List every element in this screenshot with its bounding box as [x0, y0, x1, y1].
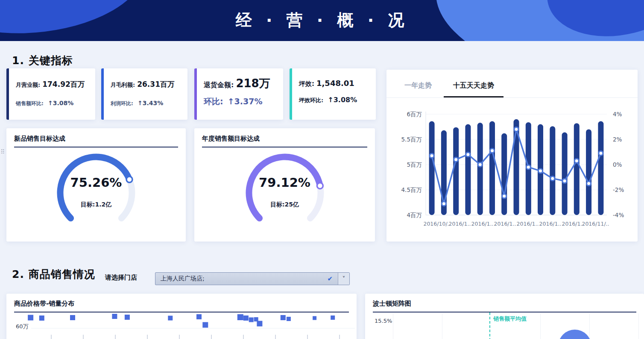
boston-gridline: [442, 313, 442, 339]
kpi-value: 26.31百万: [137, 80, 175, 88]
kpi-sub-value: ↑3.08%: [48, 100, 73, 106]
svg-text:4%: 4%: [613, 111, 622, 118]
kpi-label: 月毛利额:: [111, 82, 135, 88]
kpi-label: 坪效:: [299, 80, 314, 88]
svg-text:4.5百万: 4.5百万: [401, 186, 422, 193]
store-select-value[interactable]: 上海人民广场店;: [155, 275, 327, 283]
sales-average-label: 销售额平均值: [493, 315, 527, 323]
svg-text:2016/1..: 2016/1..: [517, 221, 539, 227]
kpi-sub-label: 利润环比:: [111, 100, 133, 106]
price-chart-y-tick: 60万: [16, 323, 29, 330]
svg-text:2016/1..: 2016/1..: [539, 221, 562, 227]
kpi-card-return-amount: 退货金额:218万 环比: ↑3.37%: [194, 68, 283, 120]
trend-tabs: 一年走势 十五天天走势: [386, 70, 638, 98]
gauge-card-title: 新品销售目标达成: [14, 128, 178, 147]
svg-text:-2%: -2%: [613, 186, 624, 193]
kpi-label: 月营业额:: [16, 82, 40, 88]
boston-gridline: [393, 313, 393, 339]
gauge-target: 目标:25亿: [194, 201, 375, 209]
svg-text:2016/1..: 2016/1..: [494, 221, 516, 227]
kpi-value: 218万: [236, 77, 270, 90]
store-select-label: 请选择门店: [105, 274, 137, 282]
svg-text:2016/10/..: 2016/10/..: [423, 221, 451, 227]
boston-gridline: [540, 313, 541, 339]
kpi-sub-row: 销售额环比: ↑3.08%: [16, 99, 90, 107]
svg-text:2%: 2%: [613, 136, 622, 143]
sales-average-line: [489, 312, 490, 339]
kpi-sub-value: ↑3.08%: [328, 96, 357, 104]
section1-number: 1.: [12, 54, 24, 67]
gauge-chart: [51, 151, 141, 236]
section1-title-text: 关键指标: [29, 54, 73, 67]
trend-panel: 一年走势 十五天天走势 4百万4.5百万5百万5.5百万6百万-4%-2%0%2…: [386, 70, 638, 242]
store-select[interactable]: 上海人民广场店; ✔ ˅: [155, 272, 350, 285]
svg-text:-4%: -4%: [613, 212, 624, 218]
boston-bubble: [558, 330, 591, 339]
drag-handle-icon[interactable]: ⠿: [0, 149, 5, 155]
svg-text:5百万: 5百万: [407, 161, 422, 168]
kpi-value: 1,548.01: [316, 79, 354, 88]
kpi-value: 174.92百万: [42, 80, 85, 88]
gauge-target: 目标:1.2亿: [6, 201, 186, 209]
kpi-sub-value: ↑3.37%: [228, 97, 263, 106]
kpi-main-row: 坪效:1,548.01: [299, 79, 371, 88]
svg-text:2016/11/..: 2016/11/..: [582, 221, 609, 227]
boston-gridline: [589, 313, 590, 339]
svg-text:4百万: 4百万: [407, 212, 422, 218]
kpi-card-floor-efficiency: 坪效:1,548.01 坪效环比: ↑3.08%: [290, 68, 376, 120]
svg-text:2016/1..: 2016/1..: [471, 221, 494, 227]
tab-fifteen-day-trend[interactable]: 十五天天走势: [444, 70, 503, 97]
kpi-main-row: 月毛利额:26.31百万: [111, 80, 182, 89]
boston-matrix-title: 波士顿矩阵图: [373, 294, 636, 312]
kpi-sub-label: 销售额环比:: [16, 100, 44, 106]
section2-number: 2.: [12, 268, 24, 280]
kpi-card-monthly-gross-profit: 月毛利额:26.31百万 利润环比: ↑3.43%: [101, 68, 187, 120]
check-icon: ✔: [327, 275, 338, 283]
svg-text:2016/1..: 2016/1..: [562, 221, 584, 227]
svg-text:2016/1..: 2016/1..: [449, 221, 471, 227]
kpi-label: 退货金额:: [204, 81, 234, 89]
kpi-sub-label: 环比:: [204, 97, 223, 106]
kpi-sub-row: 利润环比: ↑3.43%: [111, 99, 182, 107]
kpi-sub-value: ↑3.43%: [138, 100, 163, 106]
chevron-down-icon[interactable]: ˅: [338, 273, 349, 285]
kpi-sub-row: 坪效环比: ↑3.08%: [299, 96, 371, 104]
gauge-card-title: 年度销售额目标达成: [202, 128, 367, 147]
kpi-sub-row: 环比: ↑3.37%: [204, 96, 278, 107]
kpi-main-row: 月营业额:174.92百万: [16, 80, 90, 89]
kpi-card-monthly-sales: 月营业额:174.92百万 销售额环比: ↑3.08%: [6, 68, 95, 120]
gauge-percent: 75.26%: [6, 175, 186, 190]
price-band-chart-card: 商品价格带-销量分布 60万: [6, 294, 357, 339]
section1-title: 1. 关键指标: [12, 53, 73, 68]
price-band-scatter-chart: [6, 311, 357, 339]
kpi-main-row: 退货金额:218万: [204, 76, 278, 91]
tab-one-year-trend[interactable]: 一年走势: [401, 70, 435, 97]
gauge-chart: [240, 151, 330, 236]
price-band-chart-title: 商品价格带-销量分布: [14, 294, 349, 312]
svg-text:5.5百万: 5.5百万: [401, 136, 422, 143]
gauge-percent: 79.12%: [194, 175, 375, 190]
header: 经 · 营 · 概 · 况: [0, 0, 644, 41]
trend-combo-chart: 4百万4.5百万5百万5.5百万6百万-4%-2%0%2%4%2016/10/.…: [388, 108, 634, 241]
svg-text:6百万: 6百万: [407, 111, 422, 118]
section2-title-text: 商品销售情况: [29, 268, 95, 280]
dashboard-page: 经 · 营 · 概 · 况 ⠿ 1. 关键指标 月营业额:174.92百万 销售…: [0, 0, 644, 339]
kpi-sub-label: 坪效环比:: [299, 97, 323, 103]
boston-chart-y-tick: 15.5%: [375, 318, 392, 324]
gauge-card-annual-sales-target: 年度销售额目标达成 79.12% 目标:25亿: [194, 128, 375, 242]
boston-gridline: [638, 313, 639, 339]
svg-text:0%: 0%: [613, 161, 622, 168]
page-title: 经 · 营 · 概 · 况: [0, 9, 644, 31]
boston-matrix-card: 波士顿矩阵图 15.5% 销售额平均值: [365, 294, 644, 339]
gauge-card-new-product-target: 新品销售目标达成 75.26% 目标:1.2亿: [6, 128, 186, 242]
section2-title: 2. 商品销售情况: [12, 267, 95, 281]
